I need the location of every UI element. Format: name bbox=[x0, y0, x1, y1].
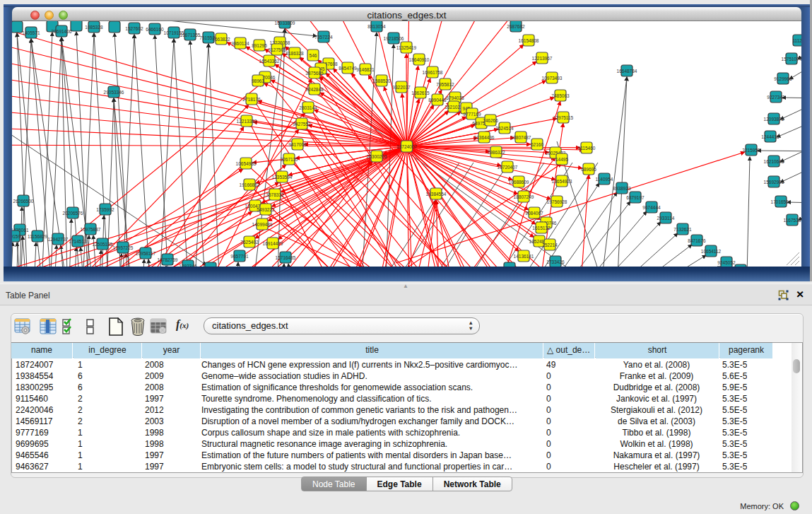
svg-text:15716485: 15716485 bbox=[276, 255, 296, 260]
svg-text:1167533: 1167533 bbox=[784, 218, 801, 223]
svg-text:9322037: 9322037 bbox=[392, 85, 411, 90]
svg-text:62160: 62160 bbox=[531, 142, 543, 147]
svg-text:9417006: 9417006 bbox=[288, 142, 307, 147]
svg-text:18640910: 18640910 bbox=[409, 57, 430, 62]
svg-text:16543362: 16543362 bbox=[259, 59, 280, 64]
svg-text:2933114: 2933114 bbox=[657, 216, 675, 221]
svg-text:18807249: 18807249 bbox=[514, 194, 534, 199]
svg-text:9674444: 9674444 bbox=[642, 205, 661, 210]
svg-text:13353594: 13353594 bbox=[272, 175, 293, 180]
svg-text:891295: 891295 bbox=[252, 43, 267, 48]
svg-text:16033809: 16033809 bbox=[275, 21, 295, 25]
svg-text:16914479: 16914479 bbox=[263, 241, 283, 246]
svg-text:6794028: 6794028 bbox=[446, 95, 464, 100]
svg-text:19218506: 19218506 bbox=[384, 36, 404, 41]
svg-text:15692901: 15692901 bbox=[764, 180, 784, 185]
svg-text:15751074: 15751074 bbox=[782, 57, 801, 62]
svg-text:7132621: 7132621 bbox=[673, 227, 692, 232]
svg-text:746266: 746266 bbox=[483, 118, 498, 123]
svg-text:19166862: 19166862 bbox=[240, 182, 260, 187]
svg-text:3267110: 3267110 bbox=[281, 157, 298, 162]
svg-text:3875685: 3875685 bbox=[305, 71, 324, 76]
svg-text:7625402: 7625402 bbox=[240, 240, 259, 245]
svg-text:12213967: 12213967 bbox=[532, 56, 553, 61]
svg-text:11124: 11124 bbox=[792, 38, 801, 43]
svg-text:2687682: 2687682 bbox=[507, 24, 525, 29]
svg-text:2803144: 2803144 bbox=[299, 105, 317, 110]
svg-text:19384554: 19384554 bbox=[426, 192, 447, 197]
svg-text:1588520: 1588520 bbox=[372, 78, 391, 83]
svg-text:9084067: 9084067 bbox=[525, 211, 543, 216]
svg-text:7357224: 7357224 bbox=[314, 35, 333, 40]
svg-text:8813054: 8813054 bbox=[367, 24, 386, 29]
svg-text:12942737: 12942737 bbox=[48, 237, 69, 242]
svg-text:689695: 689695 bbox=[581, 167, 596, 172]
svg-text:9115460: 9115460 bbox=[578, 146, 596, 151]
svg-text:8471676: 8471676 bbox=[688, 238, 706, 243]
svg-text:17957225: 17957225 bbox=[113, 245, 134, 250]
svg-text:10654112: 10654112 bbox=[701, 249, 722, 254]
svg-text:14495: 14495 bbox=[555, 157, 568, 162]
svg-text:20206576: 20206576 bbox=[63, 211, 83, 216]
svg-text:7986322: 7986322 bbox=[487, 150, 505, 155]
svg-text:1362615: 1362615 bbox=[411, 90, 430, 95]
svg-text:17016504: 17016504 bbox=[771, 199, 792, 204]
svg-text:10688609: 10688609 bbox=[509, 180, 529, 185]
svg-text:12505135: 12505135 bbox=[93, 242, 113, 247]
svg-text:8186328: 8186328 bbox=[286, 51, 304, 56]
svg-text:3624514: 3624514 bbox=[495, 126, 514, 131]
svg-text:1733426: 1733426 bbox=[546, 259, 565, 264]
svg-text:21364436: 21364436 bbox=[474, 135, 495, 140]
svg-text:1615132: 1615132 bbox=[532, 226, 551, 230]
svg-text:1527602: 1527602 bbox=[125, 26, 143, 31]
svg-text:16210643: 16210643 bbox=[764, 159, 784, 164]
svg-text:7955812: 7955812 bbox=[436, 82, 454, 87]
svg-text:1714513: 1714513 bbox=[69, 239, 87, 244]
svg-text:10973493: 10973493 bbox=[542, 76, 563, 81]
svg-text:7663822: 7663822 bbox=[212, 37, 230, 42]
svg-text:16648784: 16648784 bbox=[617, 69, 637, 74]
svg-text:10807487: 10807487 bbox=[511, 135, 531, 140]
svg-text:10654985: 10654985 bbox=[236, 161, 257, 166]
svg-text:3578332: 3578332 bbox=[266, 192, 284, 197]
svg-text:10975887: 10975887 bbox=[81, 227, 101, 232]
svg-text:252214: 252214 bbox=[542, 243, 558, 247]
svg-text:5493222: 5493222 bbox=[257, 207, 275, 212]
svg-text:3127505: 3127505 bbox=[268, 47, 286, 52]
svg-text:9860124: 9860124 bbox=[231, 41, 249, 46]
svg-text:11156829: 11156829 bbox=[28, 234, 47, 239]
svg-text:12213383: 12213383 bbox=[237, 119, 257, 124]
svg-text:2718176: 2718176 bbox=[242, 97, 261, 102]
svg-text:6466160: 6466160 bbox=[146, 27, 164, 32]
svg-text:16961758: 16961758 bbox=[423, 70, 443, 75]
svg-text:1085328: 1085328 bbox=[85, 25, 103, 30]
svg-text:9427552: 9427552 bbox=[293, 122, 311, 127]
svg-text:9657791: 9657791 bbox=[230, 254, 249, 259]
svg-text:12093872: 12093872 bbox=[764, 117, 784, 122]
svg-text:14136141: 14136141 bbox=[514, 254, 534, 259]
svg-text:11325419: 11325419 bbox=[396, 45, 417, 50]
svg-text:18724007: 18724007 bbox=[396, 144, 417, 149]
svg-text:16154808: 16154808 bbox=[519, 38, 539, 43]
svg-text:1140954: 1140954 bbox=[596, 177, 613, 182]
svg-text:10958117: 10958117 bbox=[136, 251, 156, 256]
svg-text:12975115: 12975115 bbox=[553, 115, 574, 120]
svg-text:98963: 98963 bbox=[252, 78, 264, 83]
svg-text:26266500: 26266500 bbox=[13, 199, 34, 204]
svg-text:546: 546 bbox=[310, 53, 317, 58]
svg-text:1405571: 1405571 bbox=[22, 30, 40, 35]
svg-text:6879197: 6879197 bbox=[626, 195, 645, 200]
svg-text:9242848: 9242848 bbox=[305, 87, 324, 92]
svg-text:20691406: 20691406 bbox=[52, 29, 72, 34]
svg-text:14099489: 14099489 bbox=[252, 222, 273, 227]
svg-text:16671355: 16671355 bbox=[180, 33, 201, 37]
svg-text:3215958: 3215958 bbox=[742, 148, 760, 153]
svg-text:15720407: 15720407 bbox=[498, 165, 518, 170]
svg-text:1292346: 1292346 bbox=[179, 264, 197, 267]
svg-text:19756928: 19756928 bbox=[547, 199, 567, 204]
svg-text:9129966: 9129966 bbox=[774, 76, 792, 81]
svg-text:8454749: 8454749 bbox=[339, 66, 357, 71]
svg-text:13654923: 13654923 bbox=[552, 179, 572, 184]
svg-text:29053346: 29053346 bbox=[104, 90, 124, 95]
svg-text:1244415: 1244415 bbox=[761, 134, 779, 139]
